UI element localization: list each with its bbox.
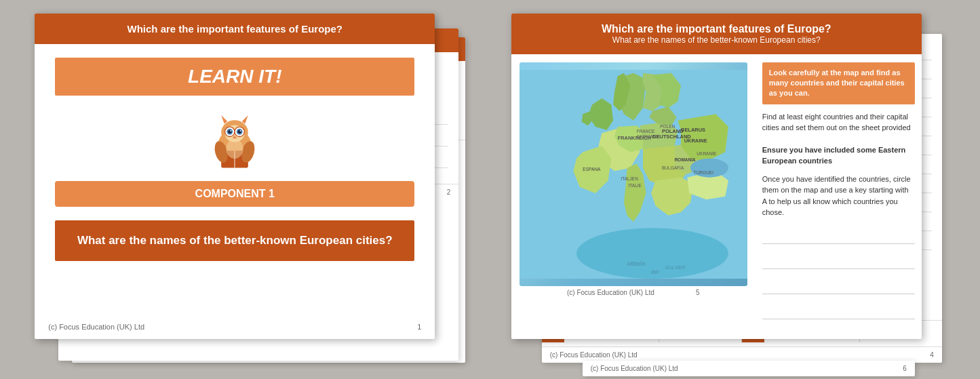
svg-marker-2 bbox=[221, 115, 227, 124]
svg-text:UKRAINE: UKRAINE bbox=[684, 138, 707, 144]
workspace: Which are the important features of Euro… bbox=[0, 0, 980, 379]
right-card-front: Which are the important features of Euro… bbox=[511, 14, 922, 339]
right-card-content: FRANKREICH FRANCE GERMANY DEUTSCHLAND PO… bbox=[511, 54, 922, 334]
right-lines bbox=[762, 225, 915, 325]
svg-text:BELARUS: BELARUS bbox=[681, 127, 705, 133]
right-sidebar-text: Look carefully at the map and find as ma… bbox=[756, 54, 922, 334]
svg-marker-3 bbox=[242, 115, 248, 124]
right-card-stack: 10 Cyprus 20 Malta (c) Focus Education (… bbox=[511, 14, 945, 366]
svg-text:eer: eer bbox=[651, 268, 660, 275]
right-card-header: Which are the important features of Euro… bbox=[511, 14, 922, 54]
instruction-bold: Ensure you have included some Eastern Eu… bbox=[762, 144, 915, 167]
map-footer: (c) Focus Education (UK) Ltd 5 bbox=[520, 289, 747, 296]
right-header-subtitle: What are the names of the better-known E… bbox=[525, 35, 908, 45]
svg-text:ITALIE: ITALIE bbox=[628, 182, 642, 187]
svg-text:SULSER: SULSER bbox=[665, 264, 685, 271]
left-card-header: Which are the important features of Euro… bbox=[35, 14, 435, 44]
left-card-body: LEARN IT! bbox=[35, 44, 435, 275]
instruction-2: Once you have identified the countries, … bbox=[762, 174, 915, 218]
europe-map: FRANKREICH FRANCE GERMANY DEUTSCHLAND PO… bbox=[520, 62, 747, 286]
component-banner: COMPONENT 1 bbox=[55, 181, 414, 207]
svg-text:UKRANIE: UKRANIE bbox=[697, 151, 717, 156]
question-banner: What are the names of the better-known E… bbox=[55, 220, 414, 261]
svg-text:ITALJEN: ITALJEN bbox=[621, 176, 638, 181]
svg-text:POLEN: POLEN bbox=[660, 123, 675, 128]
right-bottom-behind-card: (c) Focus Education (UK) Ltd 6 bbox=[583, 361, 915, 376]
learn-it-banner: LEARN IT! bbox=[55, 58, 414, 96]
svg-text:TURGUEI: TURGUEI bbox=[693, 170, 713, 175]
svg-point-11 bbox=[231, 130, 232, 132]
left-card-front: Which are the important features of Euro… bbox=[35, 14, 435, 339]
svg-text:Mittelm: Mittelm bbox=[627, 260, 645, 267]
svg-text:ROMANIA: ROMANIA bbox=[674, 157, 695, 162]
left-card-stack: Which are the important features of Euro… bbox=[35, 14, 469, 366]
owl-icon bbox=[204, 109, 265, 170]
svg-point-18 bbox=[227, 139, 243, 159]
europe-map-svg: FRANKREICH FRANCE GERMANY DEUTSCHLAND PO… bbox=[520, 62, 747, 286]
right-header-title: Which are the important features of Euro… bbox=[525, 23, 908, 35]
map-section: FRANKREICH FRANCE GERMANY DEUTSCHLAND PO… bbox=[511, 54, 756, 334]
owl-container bbox=[55, 109, 414, 170]
svg-point-12 bbox=[240, 130, 241, 132]
svg-text:BULGAFIA: BULGAFIA bbox=[662, 165, 684, 170]
instruction-1: Find at least eight countries and their … bbox=[762, 111, 915, 134]
highlight-box: Look carefully at the map and find as ma… bbox=[762, 62, 915, 104]
svg-text:ESPANA: ESPANA bbox=[583, 167, 601, 172]
right-behind-footer: (c) Focus Education (UK) Ltd 4 bbox=[542, 346, 942, 363]
left-card-footer: (c) Focus Education (UK) Ltd 1 bbox=[35, 323, 435, 331]
